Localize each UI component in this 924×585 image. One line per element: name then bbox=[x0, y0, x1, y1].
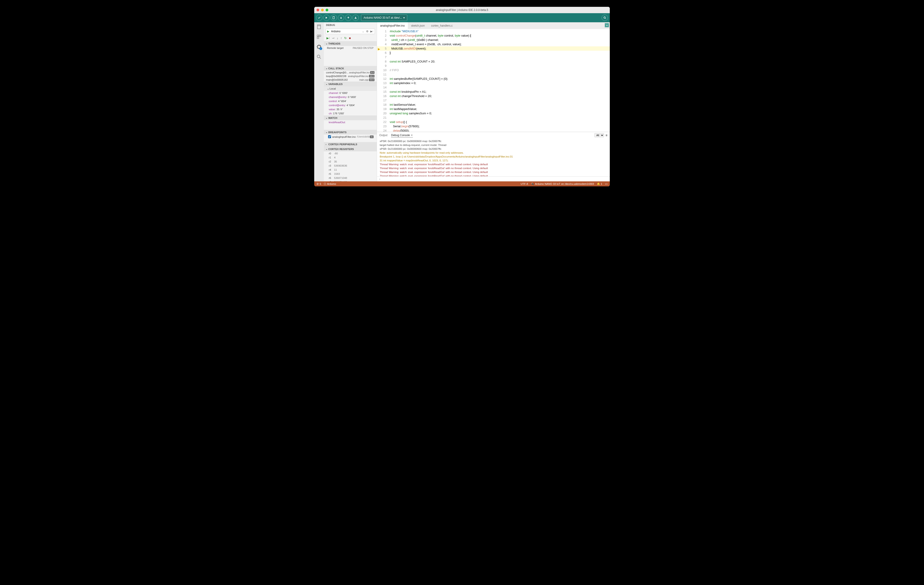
code-line[interactable]: 9 bbox=[377, 64, 610, 68]
gutter[interactable]: 16 bbox=[377, 94, 390, 98]
register-row[interactable]: r4 11 bbox=[324, 168, 377, 172]
code-line[interactable]: 22void setup() { bbox=[377, 120, 610, 124]
code-editor[interactable]: 1#include "MIDIUSB.h"2void controlChange… bbox=[377, 29, 610, 132]
variables-section[interactable]: ⌄VARIABLES bbox=[324, 82, 377, 86]
code-line[interactable]: 23 Serial.begin(57600); bbox=[377, 124, 610, 129]
variable-row[interactable]: control: 4 '\004' bbox=[324, 99, 377, 103]
status-layout-icon[interactable]: ▭ bbox=[605, 182, 607, 185]
gutter[interactable]: 24 bbox=[377, 129, 390, 132]
save-button[interactable] bbox=[345, 15, 351, 21]
gutter[interactable]: 14 bbox=[377, 85, 390, 89]
code-line[interactable]: 7 bbox=[377, 55, 610, 59]
gutter[interactable]: 3 bbox=[377, 38, 390, 42]
register-row[interactable]: r3 536903636 bbox=[324, 164, 377, 168]
code-line[interactable]: 11 bbox=[377, 72, 610, 77]
gutter[interactable]: 19 bbox=[377, 107, 390, 111]
debug-icon[interactable]: 1 bbox=[316, 44, 322, 49]
start-debug-icon[interactable]: ▶⁝ bbox=[370, 30, 373, 33]
filter-select[interactable]: All bbox=[594, 133, 604, 137]
code-line[interactable]: 15const int knobInputPin = A1; bbox=[377, 89, 610, 94]
run-config-selector[interactable]: ▶ Arduino ⌄ ⚙ ▶⁝ bbox=[325, 29, 375, 34]
callstack-row[interactable]: main@0x00005182main.cpp 53:0 bbox=[324, 78, 377, 82]
gutter[interactable]: 21 bbox=[377, 115, 390, 120]
serial-plotter-button[interactable] bbox=[602, 15, 608, 21]
gutter[interactable]: 18 bbox=[377, 102, 390, 107]
variable-row[interactable]: channel@entry: 0 '\000' bbox=[324, 95, 377, 99]
gutter[interactable]: 17 bbox=[377, 98, 390, 102]
open-button[interactable] bbox=[338, 15, 344, 21]
new-sketch-button[interactable] bbox=[331, 15, 337, 21]
variable-row[interactable]: ch: 176 '\260' bbox=[324, 111, 377, 115]
callstack-row[interactable]: loop@0x000021f8analogInputFilter.ino 38:… bbox=[324, 74, 377, 78]
output-tab[interactable]: Output bbox=[379, 133, 388, 137]
board-manager-icon[interactable] bbox=[316, 34, 322, 40]
variable-row[interactable]: channel: 0 '\000' bbox=[324, 91, 377, 95]
threads-section[interactable]: ⌄THREADS bbox=[324, 41, 377, 46]
code-line[interactable]: 14 bbox=[377, 85, 610, 89]
peripherals-section[interactable]: ›CORTEX PERIPHERALS bbox=[324, 142, 377, 147]
close-icon[interactable]: ✕ bbox=[411, 133, 413, 137]
code-line[interactable]: 21 bbox=[377, 115, 610, 120]
local-scope[interactable]: ⌄ Local bbox=[324, 86, 377, 91]
watch-section[interactable]: ⌄WATCH bbox=[324, 115, 377, 120]
search-icon[interactable] bbox=[316, 54, 322, 59]
callstack-row[interactable]: controlChange@0x0…analogInputFilter.ino … bbox=[324, 71, 377, 74]
code-line[interactable]: 18int lastSensorValue; bbox=[377, 102, 610, 107]
code-line[interactable]: 4 midiEventPacket_t event = {0x0B, ch, c… bbox=[377, 42, 610, 46]
code-line[interactable]: 17 bbox=[377, 98, 610, 102]
gutter[interactable]: 10 bbox=[377, 68, 390, 72]
debug-console[interactable]: xPSR: 0x21000000 pc: 0x00000600 msp: 0x2… bbox=[377, 138, 610, 176]
gutter[interactable]: 2 bbox=[377, 33, 390, 38]
panel-toggle-button[interactable]: ▾ bbox=[605, 23, 609, 27]
gutter[interactable]: 22 bbox=[377, 120, 390, 124]
code-line[interactable]: 2void controlChange(uint8_t channel, byt… bbox=[377, 33, 610, 38]
continue-button[interactable]: ▶⁝ bbox=[327, 36, 330, 40]
repl-input[interactable]: › bbox=[377, 176, 610, 181]
status-board[interactable]: ⬡ Arduino bbox=[324, 182, 336, 185]
code-line[interactable]: 13int sampleIndex = 0; bbox=[377, 81, 610, 85]
step-over-button[interactable]: ⤻ bbox=[332, 36, 335, 40]
breakpoint-row[interactable]: analogInputFilter.ino /Users/ubi/data/D…… bbox=[324, 135, 377, 139]
gutter[interactable]: 13 bbox=[377, 81, 390, 85]
gutter[interactable]: 6 bbox=[377, 51, 390, 55]
maximize-window-button[interactable] bbox=[325, 9, 328, 12]
register-row[interactable]: r2 35 bbox=[324, 160, 377, 164]
upload-button[interactable] bbox=[323, 15, 330, 21]
register-row[interactable]: r1 4 bbox=[324, 155, 377, 160]
registers-section[interactable]: ⌄CORTEX REGISTERS bbox=[324, 147, 377, 152]
download-button[interactable] bbox=[352, 15, 359, 21]
gear-icon[interactable]: ⚙ bbox=[366, 30, 368, 33]
register-row[interactable]: r5 1583 bbox=[324, 172, 377, 176]
code-line[interactable]: 10// FIFO bbox=[377, 68, 610, 72]
gutter[interactable]: 9 bbox=[377, 64, 390, 68]
verify-button[interactable] bbox=[316, 15, 322, 21]
breakpoints-section[interactable]: ⌄BREAKPOINTS bbox=[324, 130, 377, 135]
gutter[interactable]: 23 bbox=[377, 124, 390, 129]
gutter[interactable]: 20 bbox=[377, 111, 390, 115]
editor-tab[interactable]: cortex_handlers.c bbox=[428, 22, 456, 29]
debug-console-tab[interactable]: Debug Console ✕ bbox=[391, 133, 413, 137]
thread-row[interactable]: Remote target PAUSED ON STEP bbox=[324, 46, 377, 50]
gutter[interactable]: 15 bbox=[377, 89, 390, 94]
stop-button[interactable]: ■ bbox=[349, 36, 351, 40]
clear-console-icon[interactable]: ≣ bbox=[606, 134, 607, 137]
status-device[interactable]: 🔌 Arduino NANO 33 IoT on /dev/cu.usbmode… bbox=[531, 182, 594, 185]
register-row[interactable]: r0 -80 bbox=[324, 152, 377, 155]
code-line[interactable]: 8const int SAMPLES_COUNT = 20; bbox=[377, 59, 610, 64]
register-row[interactable]: r6 536871048 bbox=[324, 176, 377, 180]
register-row[interactable]: r7 536871468 bbox=[324, 180, 377, 181]
code-line[interactable]: 6} bbox=[377, 51, 610, 55]
status-line[interactable]: ⊘ 5 bbox=[317, 182, 321, 185]
gutter[interactable]: 12 bbox=[377, 77, 390, 81]
code-line[interactable]: 19int lastMappedValue; bbox=[377, 107, 610, 111]
editor-tab[interactable]: sketch.json bbox=[408, 22, 428, 29]
minimize-window-button[interactable] bbox=[321, 9, 324, 12]
watch-item[interactable]: knobReadOut: bbox=[324, 120, 377, 124]
callstack-section[interactable]: ⌄CALL STACK bbox=[324, 66, 377, 71]
board-selector[interactable]: Arduino NANO 33 IoT at /dev/... ▾ bbox=[361, 15, 407, 21]
breakpoint-checkbox[interactable] bbox=[328, 135, 331, 138]
sketchbook-icon[interactable] bbox=[316, 24, 322, 30]
gutter[interactable]: 11 bbox=[377, 72, 390, 77]
gutter[interactable]: 1 bbox=[377, 29, 390, 33]
step-into-button[interactable]: ↓ bbox=[337, 36, 338, 40]
